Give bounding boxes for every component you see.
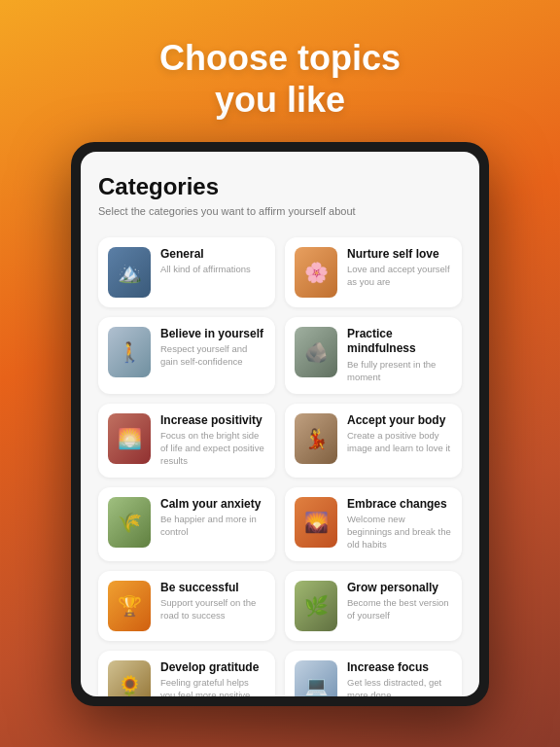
successful-desc: Support yourself on the road to success (160, 597, 265, 622)
mindful-icon: 🪨 (304, 340, 329, 364)
categories-subtitle: Select the categories you want to affirm… (98, 204, 462, 219)
focus-icon: 💻 (304, 674, 329, 697)
mindful-title: Practice mindfulness (347, 327, 452, 357)
embrace-title: Embrace changes (347, 497, 452, 513)
positivity-desc: Focus on the bright side of life and exp… (160, 430, 265, 467)
category-card-successful[interactable]: 🏆Be successfulSupport yourself on the ro… (98, 571, 275, 641)
screen-content: Categories Select the categories you wan… (81, 152, 479, 696)
categories-grid: 🏔️GeneralAll kind of affirmations🌸Nurtur… (98, 237, 462, 697)
category-card-nurture[interactable]: 🌸Nurture self loveLove and accept yourse… (285, 237, 462, 307)
nurture-desc: Love and accept yourself as you are (347, 264, 452, 289)
accept-thumbnail: 💃 (295, 413, 337, 464)
focus-thumbnail: 💻 (295, 660, 337, 697)
believe-thumbnail: 🚶 (108, 327, 151, 377)
nurture-title: Nurture self love (347, 247, 452, 263)
believe-title: Believe in yourself (160, 327, 265, 342)
accept-title: Accept your body (347, 413, 452, 429)
embrace-icon: 🌄 (304, 511, 329, 534)
category-card-calm[interactable]: 🌾Calm your anxietyBe happier and more in… (98, 487, 275, 561)
category-card-accept[interactable]: 💃Accept your bodyCreate a positive body … (285, 404, 462, 478)
calm-thumbnail: 🌾 (108, 497, 151, 548)
nurture-icon: 🌸 (304, 261, 329, 284)
grow-desc: Become the best version of yourself (347, 597, 452, 622)
category-card-general[interactable]: 🏔️GeneralAll kind of affirmations (98, 237, 275, 307)
headline: Choose topics you like (159, 37, 401, 121)
category-card-focus[interactable]: 💻Increase focusGet less distracted, get … (285, 651, 462, 697)
positivity-thumbnail: 🌅 (108, 413, 151, 464)
grow-icon: 🌿 (304, 594, 329, 618)
believe-icon: 🚶 (118, 340, 142, 364)
tablet-device: Categories Select the categories you wan… (71, 142, 489, 706)
focus-desc: Get less distracted, get more done (347, 677, 452, 696)
general-title: General (160, 247, 251, 263)
gratitude-icon: 🌻 (118, 674, 142, 697)
successful-title: Be successful (160, 581, 265, 596)
general-desc: All kind of affirmations (160, 264, 251, 276)
positivity-title: Increase positivity (160, 413, 265, 429)
accept-icon: 💃 (304, 427, 329, 450)
category-card-positivity[interactable]: 🌅Increase positivityFocus on the bright … (98, 404, 275, 478)
successful-icon: 🏆 (118, 594, 142, 618)
general-icon: 🏔️ (118, 261, 142, 284)
nurture-thumbnail: 🌸 (295, 247, 337, 298)
gratitude-title: Develop gratitude (160, 660, 265, 676)
successful-thumbnail: 🏆 (108, 581, 151, 631)
tablet-screen: Categories Select the categories you wan… (81, 152, 479, 696)
calm-icon: 🌾 (118, 511, 142, 534)
gratitude-desc: Feeling grateful helps you feel more pos… (160, 677, 265, 696)
gratitude-thumbnail: 🌻 (108, 660, 151, 697)
positivity-icon: 🌅 (118, 427, 142, 450)
calm-title: Calm your anxiety (160, 497, 265, 513)
category-card-grow[interactable]: 🌿Grow personallyBecome the best version … (285, 571, 462, 641)
calm-desc: Be happier and more in control (160, 514, 265, 539)
categories-title: Categories (98, 173, 462, 200)
general-thumbnail: 🏔️ (108, 247, 151, 298)
grow-title: Grow personally (347, 581, 452, 596)
focus-title: Increase focus (347, 660, 452, 676)
believe-desc: Respect yourself and gain self-confidenc… (160, 343, 265, 369)
category-card-embrace[interactable]: 🌄Embrace changesWelcome new beginnings a… (285, 487, 462, 561)
category-card-gratitude[interactable]: 🌻Develop gratitudeFeeling grateful helps… (98, 651, 275, 697)
embrace-thumbnail: 🌄 (295, 497, 337, 548)
mindful-thumbnail: 🪨 (295, 327, 337, 377)
accept-desc: Create a positive body image and learn t… (347, 430, 452, 455)
embrace-desc: Welcome new beginnings and break the old… (347, 514, 452, 551)
grow-thumbnail: 🌿 (295, 581, 337, 631)
category-card-believe[interactable]: 🚶Believe in yourselfRespect yourself and… (98, 317, 275, 394)
mindful-desc: Be fully present in the moment (347, 359, 452, 384)
category-card-mindful[interactable]: 🪨Practice mindfulnessBe fully present in… (285, 317, 462, 394)
